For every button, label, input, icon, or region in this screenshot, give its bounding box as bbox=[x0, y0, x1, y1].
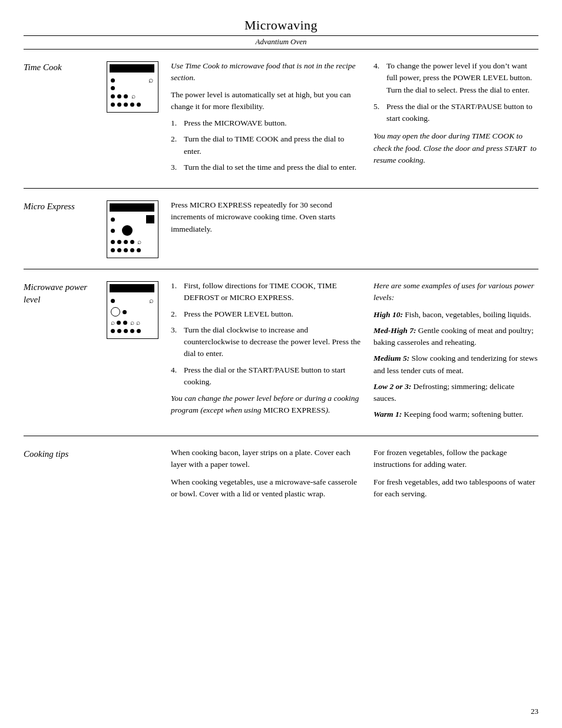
dot-icon bbox=[124, 329, 128, 333]
power-level-steps: 1.First, follow directions for TIME COOK… bbox=[171, 280, 362, 388]
dot-icon bbox=[117, 240, 121, 244]
dot-icon bbox=[130, 248, 134, 252]
knob-icon: ⌕ bbox=[149, 296, 154, 305]
dot-icon bbox=[124, 240, 128, 244]
list-item: 2.Turn the dial to TIME COOK and press t… bbox=[171, 133, 362, 157]
micro-express-right bbox=[368, 199, 538, 258]
dot-icon bbox=[111, 248, 115, 252]
dot-icon bbox=[111, 103, 115, 107]
cooking-tips-spacer bbox=[100, 447, 165, 506]
dot-icon bbox=[111, 86, 115, 90]
knob-icon: ⌕ bbox=[136, 318, 140, 327]
diagram-row-1: ⌕ bbox=[110, 296, 156, 305]
list-item: 4.To change the power level if you don’t… bbox=[373, 60, 538, 96]
diagram-row-2 bbox=[110, 307, 156, 317]
diagram-row-2 bbox=[110, 86, 156, 90]
dot-icon bbox=[117, 103, 121, 107]
tips-right-para-2: For fresh vegetables, add two tablespoon… bbox=[373, 476, 538, 500]
dot-icon bbox=[124, 103, 128, 107]
tips-para-2: When cooking vegetables, use a microwave… bbox=[171, 476, 362, 500]
time-cook-diagram: ⌕ ⌕ bbox=[100, 60, 165, 177]
page-header: Microwaving bbox=[24, 18, 538, 33]
power-level-right-items: High 10: Fish, bacon, vegetables, boilin… bbox=[373, 309, 538, 421]
time-cook-diagram-box: ⌕ ⌕ bbox=[107, 61, 158, 113]
knob-icon: ⌕ bbox=[137, 238, 141, 246]
power-level-item: Low 2 or 3: Defrosting; simmering; delic… bbox=[373, 381, 538, 405]
list-item: 3.Turn the dial clockwise to increase an… bbox=[171, 324, 362, 360]
micro-express-section: Micro Express bbox=[24, 189, 538, 269]
list-item: 5.Press the dial or the START/PAUSE butt… bbox=[373, 101, 538, 125]
time-cook-label: Time Cook bbox=[24, 60, 100, 177]
time-cook-intro-para: The power level is automatically set at … bbox=[171, 89, 362, 113]
power-level-right: Here are some examples of uses for vario… bbox=[368, 280, 538, 425]
diagram-row-2 bbox=[110, 225, 156, 236]
page-number: 23 bbox=[531, 707, 538, 716]
diagram-row-4 bbox=[110, 329, 156, 333]
power-level-item: Warm 1: Keeping food warm; softening but… bbox=[373, 409, 538, 420]
dot-icon bbox=[130, 103, 134, 107]
diagram-row-3: ⌕ bbox=[110, 238, 156, 246]
dot-icon bbox=[111, 240, 115, 244]
cooking-tips-content: When cooking bacon, layer strips on a pl… bbox=[165, 447, 368, 506]
dot-icon bbox=[124, 248, 128, 252]
time-cook-right: 4.To change the power level if you don’t… bbox=[368, 60, 538, 177]
micro-express-diagram-box: ⌕ bbox=[107, 200, 158, 258]
big-dot-icon bbox=[122, 225, 133, 236]
diagram-row-3: ⌕ ⌕ ⌕ bbox=[110, 318, 156, 327]
cooking-tips-label: Cooking tips bbox=[24, 447, 100, 506]
dot-icon bbox=[130, 240, 134, 244]
diagram-bar bbox=[110, 284, 154, 292]
knob-icon: ⌕ bbox=[130, 318, 134, 327]
header-rule bbox=[24, 35, 538, 36]
knob-icon: ⌕ bbox=[111, 318, 115, 327]
list-item: 2.Press the POWER LEVEL button. bbox=[171, 308, 362, 320]
power-level-content: 1.First, follow directions for TIME COOK… bbox=[165, 280, 368, 425]
knob-icon: ⌕ bbox=[148, 76, 153, 84]
dot-icon bbox=[137, 329, 141, 333]
power-level-italic-note: You can change the power level before or… bbox=[171, 393, 362, 417]
subtitle: Advantium Oven bbox=[24, 37, 538, 47]
power-level-right-intro: Here are some examples of uses for vario… bbox=[373, 280, 538, 304]
tips-right-para-1: For frozen vegetables, follow the packag… bbox=[373, 447, 538, 471]
power-level-diagram-box: ⌕ ⌕ ⌕ ⌕ bbox=[107, 281, 158, 339]
diagram-bar bbox=[110, 64, 154, 73]
dot-icon bbox=[111, 94, 115, 98]
page: Microwaving Advantium Oven Time Cook ⌕ bbox=[0, 0, 562, 728]
list-item: 4.Press the dial or the START/PAUSE butt… bbox=[171, 364, 362, 388]
micro-express-content: Press MICRO EXPRESS repeatedly for 30 se… bbox=[165, 199, 368, 258]
micro-express-diagram: ⌕ bbox=[100, 199, 165, 258]
power-level-diagram: ⌕ ⌕ ⌕ ⌕ bbox=[100, 280, 165, 425]
time-cook-intro-italic: Use Time Cook to microwave food that is … bbox=[171, 60, 362, 84]
time-cook-section: Time Cook ⌕ bbox=[24, 50, 538, 189]
dot-icon bbox=[111, 229, 115, 233]
list-item: 1.Press the MICROWAVE button. bbox=[171, 117, 362, 129]
knob-small-icon: ⌕ bbox=[131, 92, 135, 101]
micro-express-para: Press MICRO EXPRESS repeatedly for 30 se… bbox=[171, 199, 362, 235]
list-item: 3.Turn the dial to set the time and pres… bbox=[171, 162, 362, 173]
dot-icon bbox=[130, 329, 134, 333]
power-level-label: Microwave power level bbox=[24, 280, 100, 425]
dot-icon bbox=[137, 248, 141, 252]
diagram-row-1 bbox=[110, 215, 156, 223]
dot-icon bbox=[111, 78, 115, 83]
list-item: 1.First, follow directions for TIME COOK… bbox=[171, 280, 362, 304]
time-cook-right-italic: You may open the door during TIME COOK t… bbox=[373, 130, 538, 166]
dot-icon bbox=[117, 248, 121, 252]
dot-icon bbox=[124, 94, 128, 98]
time-cook-content: Use Time Cook to microwave food that is … bbox=[165, 60, 368, 177]
diagram-bar bbox=[110, 203, 154, 212]
diagram-row-1: ⌕ bbox=[110, 76, 156, 84]
dot-icon bbox=[117, 329, 121, 333]
micro-express-label: Micro Express bbox=[24, 199, 100, 258]
page-title: Microwaving bbox=[24, 18, 538, 33]
dot-icon bbox=[111, 299, 115, 303]
dot-icon bbox=[111, 218, 115, 222]
time-cook-right-steps: 4.To change the power level if you don’t… bbox=[373, 60, 538, 124]
time-cook-steps: 1.Press the MICROWAVE button. 2.Turn the… bbox=[171, 117, 362, 173]
dot-icon bbox=[123, 321, 127, 325]
diagram-row-4 bbox=[110, 103, 156, 107]
dot-icon bbox=[117, 321, 121, 325]
diagram-row-3: ⌕ bbox=[110, 92, 156, 101]
cooking-tips-section: Cooking tips When cooking bacon, layer s… bbox=[24, 436, 538, 517]
power-level-item: Medium 5: Slow cooking and tenderizing f… bbox=[373, 353, 538, 377]
